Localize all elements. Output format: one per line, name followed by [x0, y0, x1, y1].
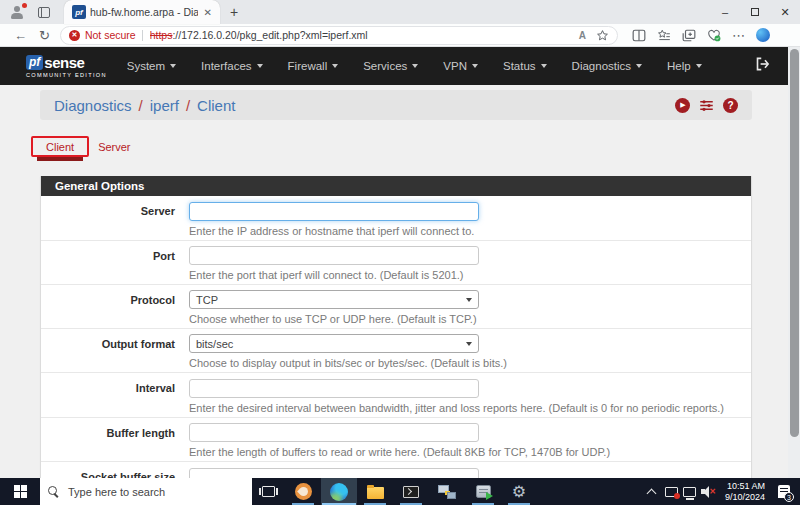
interval-input[interactable] — [189, 379, 479, 398]
menu-services[interactable]: Services — [363, 60, 418, 72]
menu-help[interactable]: Help — [667, 60, 702, 72]
menu-diagnostics-label: Diagnostics — [572, 60, 631, 72]
browser-profile-button[interactable] — [4, 2, 30, 22]
protocol-help: Choose whether to use TCP or UDP here. (… — [189, 313, 479, 325]
related-settings-icon[interactable] — [699, 99, 714, 112]
taskbar-clock[interactable]: 10:51 AM 9/10/2024 — [725, 481, 765, 502]
taskbar-app-server-manager[interactable] — [465, 478, 501, 505]
taskbar-app-file-explorer[interactable] — [357, 478, 393, 505]
pfsense-logo[interactable]: pf sense COMMUNITY EDITION — [26, 54, 107, 78]
url-text[interactable]: https://172.16.0.20/pkg_edit.php?xml=ipe… — [150, 29, 573, 41]
subnav-tabs: Client Server — [34, 137, 752, 160]
breadcrumb-diagnostics[interactable]: Diagnostics — [54, 97, 132, 114]
menu-firewall[interactable]: Firewall — [288, 60, 339, 72]
hidden-icons-chevron-icon[interactable] — [647, 488, 657, 498]
socket-buffer-size-input[interactable] — [189, 468, 479, 479]
split-screen-icon[interactable] — [632, 29, 646, 42]
tab-client[interactable]: Client — [34, 137, 86, 156]
protocol-select[interactable]: TCP — [189, 290, 479, 309]
ethernet-icon — [683, 487, 696, 497]
toolbar-icons: ⋯ — [632, 28, 770, 43]
task-view-button[interactable] — [252, 478, 285, 505]
browser-essentials-icon[interactable] — [707, 29, 721, 42]
menu-status[interactable]: Status — [503, 60, 547, 72]
menu-interfaces-label: Interfaces — [201, 60, 252, 72]
page-scrollbar[interactable] — [788, 47, 800, 478]
not-secure-label[interactable]: Not secure — [85, 29, 136, 41]
refresh-button[interactable]: ↻ — [39, 28, 50, 43]
taskbar-app-settings[interactable]: ⚙ — [501, 478, 537, 505]
menu-interfaces[interactable]: Interfaces — [201, 60, 263, 72]
clock-time: 10:51 AM — [725, 481, 765, 492]
chevron-down-icon — [696, 64, 702, 68]
form-row-server: Server Enter the IP address or hostname … — [41, 196, 751, 240]
menu-vpn[interactable]: VPN — [443, 60, 478, 72]
tab-client-label: Client — [46, 141, 74, 153]
edge-icon — [330, 483, 348, 501]
server-play-icon — [476, 485, 491, 498]
form-row-protocol: Protocol TCP Choose whether to use TCP o… — [41, 284, 751, 328]
start-button[interactable] — [0, 478, 40, 505]
output-format-select[interactable]: bits/sec — [189, 334, 479, 353]
server-input[interactable] — [189, 202, 479, 221]
taskbar-app-remote-desktop[interactable] — [429, 478, 465, 505]
breadcrumb-client[interactable]: Client — [197, 97, 235, 114]
copilot-icon[interactable] — [756, 28, 770, 42]
action-center-button[interactable]: 3 — [772, 478, 796, 505]
profile-notification-dot — [22, 3, 27, 8]
not-secure-icon: ✕ — [69, 30, 80, 41]
pfsense-page: pf sense COMMUNITY EDITION System Interf… — [0, 47, 800, 478]
port-input[interactable] — [189, 246, 479, 265]
chevron-down-icon — [466, 298, 472, 302]
system-tray: ✕ 10:51 AM 9/10/2024 3 — [640, 478, 800, 505]
window-controls: – ✕ — [710, 0, 800, 24]
output-format-label: Output format — [41, 334, 189, 369]
taskbar-app-orange[interactable] — [285, 478, 321, 505]
read-aloud-icon[interactable]: A — [579, 30, 586, 41]
maximize-button[interactable] — [740, 0, 770, 24]
favorite-star-icon[interactable] — [596, 29, 609, 42]
tab-actions-icon[interactable] — [38, 7, 50, 18]
general-options-panel: General Options Server Enter the IP addr… — [40, 176, 752, 478]
pfsense-logo-edition: COMMUNITY EDITION — [26, 72, 107, 78]
notification-icon: 3 — [778, 485, 790, 498]
form-row-socket-buffer-size: Socket buffer size — [41, 461, 751, 478]
close-window-button[interactable]: ✕ — [770, 0, 800, 24]
menu-system[interactable]: System — [127, 60, 176, 72]
buffer-length-input[interactable] — [189, 423, 479, 442]
breadcrumb-iperf[interactable]: iperf — [150, 97, 179, 114]
tray-network-icon[interactable] — [681, 478, 699, 505]
screen: pf hub-fw.home.arpa - Diagnostics: ✕ + –… — [0, 0, 800, 505]
menu-status-label: Status — [503, 60, 536, 72]
scrollbar-thumb[interactable] — [790, 49, 799, 437]
logout-button[interactable] — [755, 57, 770, 75]
pfsense-logo-sense: sense — [44, 54, 84, 71]
chevron-down-icon — [541, 64, 547, 68]
new-tab-button[interactable]: + — [230, 4, 238, 20]
pfsense-favicon: pf — [72, 5, 86, 19]
tab-close-icon[interactable]: ✕ — [202, 7, 214, 18]
menu-diagnostics[interactable]: Diagnostics — [572, 60, 642, 72]
browser-tab[interactable]: pf hub-fw.home.arpa - Diagnostics: ✕ — [64, 0, 220, 24]
pfsense-logo-pf: pf — [26, 55, 43, 70]
url-rest: ://172.16.0.20/pkg_edit.php?xml=iperf.xm… — [172, 29, 367, 41]
taskbar-app-terminal[interactable] — [393, 478, 429, 505]
taskbar-search[interactable]: Type here to search — [40, 478, 252, 505]
help-button[interactable]: ? — [723, 98, 738, 113]
active-tab-indicator — [37, 157, 83, 161]
minimize-button[interactable]: – — [710, 0, 740, 24]
search-icon — [48, 486, 60, 498]
tray-volume-icon[interactable]: ✕ — [699, 478, 717, 505]
tab-server[interactable]: Server — [86, 137, 142, 156]
collections-icon[interactable] — [682, 29, 696, 42]
chevron-down-icon — [636, 64, 642, 68]
run-button[interactable]: ▶ — [675, 98, 690, 113]
favorites-bar-icon[interactable] — [657, 29, 671, 42]
logout-icon — [755, 57, 770, 71]
taskbar-app-edge[interactable] — [321, 478, 357, 505]
address-bar[interactable]: ✕ Not secure https://172.16.0.20/pkg_edi… — [60, 26, 618, 45]
back-button[interactable]: ← — [14, 28, 27, 43]
more-menu-icon[interactable]: ⋯ — [732, 28, 745, 43]
windows-logo-icon — [14, 485, 27, 498]
tray-app-icon[interactable] — [663, 478, 681, 505]
